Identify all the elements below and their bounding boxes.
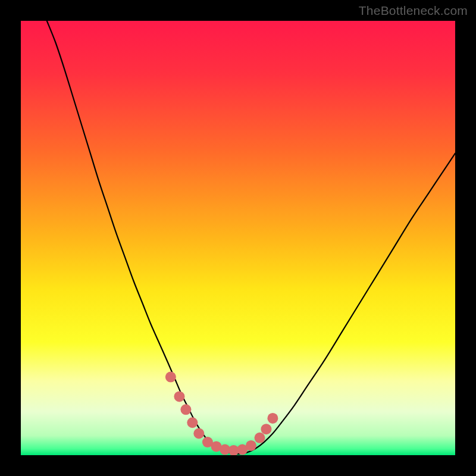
marker-point	[246, 440, 256, 451]
plot-area	[21, 21, 455, 455]
marker-point	[165, 372, 176, 383]
marker-point	[261, 424, 271, 434]
marker-point	[267, 413, 278, 424]
marker-point	[187, 417, 198, 428]
curve-layer	[21, 21, 455, 455]
marker-group	[165, 372, 278, 455]
marker-point	[193, 428, 204, 439]
marker-point	[174, 391, 184, 402]
watermark-text: TheBottleneck.com	[359, 4, 468, 18]
chart-frame: TheBottleneck.com	[0, 0, 476, 476]
marker-point	[180, 404, 191, 415]
marker-point	[255, 433, 265, 443]
bottleneck-curve	[47, 21, 455, 454]
